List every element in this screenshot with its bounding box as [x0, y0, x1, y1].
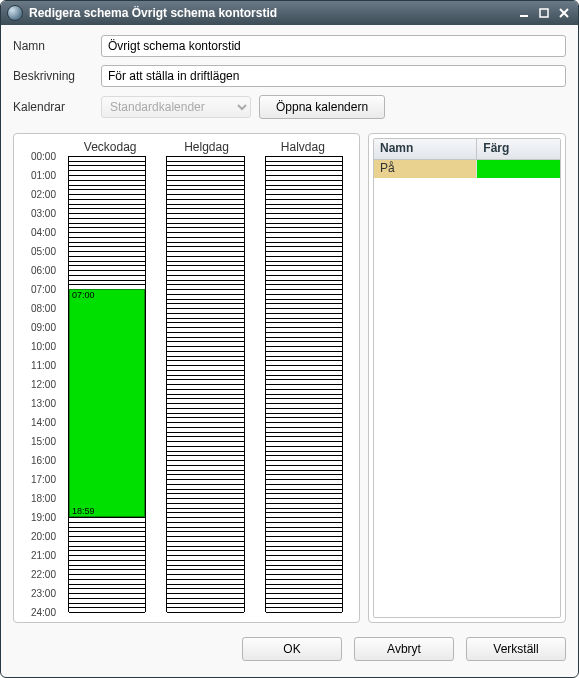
- sub-hour-line: [167, 351, 243, 352]
- sub-hour-line: [167, 265, 243, 266]
- apply-button[interactable]: Verkställ: [466, 637, 566, 661]
- hour-line: [69, 536, 145, 537]
- sub-hour-line: [266, 436, 342, 437]
- legend-header-row: Namn Färg: [374, 139, 560, 160]
- time-axis-label: 00:00: [31, 151, 56, 162]
- sub-hour-line: [167, 180, 243, 181]
- name-label: Namn: [13, 39, 93, 53]
- sub-hour-line: [167, 527, 243, 528]
- sub-hour-line: [167, 588, 243, 589]
- sub-hour-line: [167, 408, 243, 409]
- sub-hour-line: [167, 208, 243, 209]
- minimize-button[interactable]: [516, 6, 532, 20]
- sub-hour-line: [167, 569, 243, 570]
- sub-hour-line: [167, 508, 243, 509]
- sub-hour-line: [266, 318, 342, 319]
- titlebar: Redigera schema Övrigt schema kontorstid: [1, 1, 578, 25]
- sub-hour-line: [266, 470, 342, 471]
- open-calendar-button[interactable]: Öppna kalendern: [259, 95, 385, 119]
- legend-header-color[interactable]: Färg: [476, 139, 560, 159]
- sub-hour-line: [266, 484, 342, 485]
- legend-row[interactable]: På: [374, 160, 560, 178]
- sub-hour-line: [167, 185, 243, 186]
- sub-hour-line: [69, 280, 145, 281]
- time-axis-label: 24:00: [31, 607, 56, 618]
- hour-line: [167, 422, 243, 423]
- sub-hour-line: [266, 261, 342, 262]
- sub-hour-line: [167, 261, 243, 262]
- legend-panel: Namn Färg På: [368, 133, 566, 623]
- time-axis: 00:0001:0002:0003:0004:0005:0006:0007:00…: [22, 156, 60, 612]
- schedule-panel: VeckodagHelgdagHalvdag 00:0001:0002:0003…: [13, 133, 360, 623]
- sub-hour-line: [266, 446, 342, 447]
- sub-hour-line: [69, 560, 145, 561]
- cancel-button[interactable]: Avbryt: [354, 637, 454, 661]
- hour-line: [266, 422, 342, 423]
- legend-header-name[interactable]: Namn: [374, 139, 476, 159]
- hour-line: [167, 194, 243, 195]
- maximize-button[interactable]: [536, 6, 552, 20]
- sub-hour-line: [266, 389, 342, 390]
- hour-line: [167, 213, 243, 214]
- sub-hour-line: [266, 356, 342, 357]
- schedule-column[interactable]: [265, 156, 343, 612]
- sub-hour-line: [266, 351, 342, 352]
- sub-hour-line: [167, 394, 243, 395]
- hour-line: [167, 346, 243, 347]
- hour-line: [167, 251, 243, 252]
- name-input[interactable]: [101, 35, 566, 57]
- time-axis-label: 13:00: [31, 398, 56, 409]
- hour-line: [266, 365, 342, 366]
- sub-hour-line: [167, 436, 243, 437]
- schedule-column[interactable]: 07:0018:59: [68, 156, 146, 612]
- sub-hour-line: [69, 598, 145, 599]
- ok-button[interactable]: OK: [242, 637, 342, 661]
- sub-hour-line: [167, 337, 243, 338]
- hour-line: [266, 555, 342, 556]
- sub-hour-line: [167, 379, 243, 380]
- sub-hour-line: [69, 546, 145, 547]
- schedule-event[interactable]: 07:0018:59: [69, 289, 145, 517]
- sub-hour-line: [266, 284, 342, 285]
- sub-hour-line: [266, 603, 342, 604]
- schedule-column[interactable]: [166, 156, 244, 612]
- hour-line: [167, 555, 243, 556]
- sub-hour-line: [167, 541, 243, 542]
- hour-line: [266, 289, 342, 290]
- schedule-column-header: Halvdag: [255, 140, 351, 154]
- time-axis-label: 21:00: [31, 550, 56, 561]
- sub-hour-line: [167, 493, 243, 494]
- description-input[interactable]: [101, 65, 566, 87]
- hour-line: [266, 194, 342, 195]
- sub-hour-line: [266, 503, 342, 504]
- sub-hour-line: [266, 280, 342, 281]
- hour-line: [266, 175, 342, 176]
- hour-line: [266, 517, 342, 518]
- sub-hour-line: [266, 223, 342, 224]
- sub-hour-line: [167, 165, 243, 166]
- sub-hour-line: [266, 208, 342, 209]
- sub-hour-line: [69, 170, 145, 171]
- svg-rect-1: [540, 9, 548, 17]
- hour-line: [69, 175, 145, 176]
- window-title: Redigera schema Övrigt schema kontorstid: [29, 6, 512, 20]
- sub-hour-line: [266, 427, 342, 428]
- hour-line: [266, 308, 342, 309]
- hour-line: [266, 346, 342, 347]
- sub-hour-line: [167, 413, 243, 414]
- window: Redigera schema Övrigt schema kontorstid…: [0, 0, 579, 678]
- sub-hour-line: [167, 503, 243, 504]
- time-axis-label: 11:00: [31, 360, 56, 371]
- calendar-select[interactable]: Standardkalender: [101, 96, 251, 118]
- hour-line: [266, 232, 342, 233]
- hour-line: [266, 536, 342, 537]
- sub-hour-line: [167, 584, 243, 585]
- sub-hour-line: [266, 531, 342, 532]
- sub-hour-line: [266, 512, 342, 513]
- close-button[interactable]: [556, 6, 572, 20]
- sub-hour-line: [167, 451, 243, 452]
- sub-hour-line: [167, 242, 243, 243]
- sub-hour-line: [167, 398, 243, 399]
- hour-line: [69, 593, 145, 594]
- calendar-label: Kalendrar: [13, 100, 93, 114]
